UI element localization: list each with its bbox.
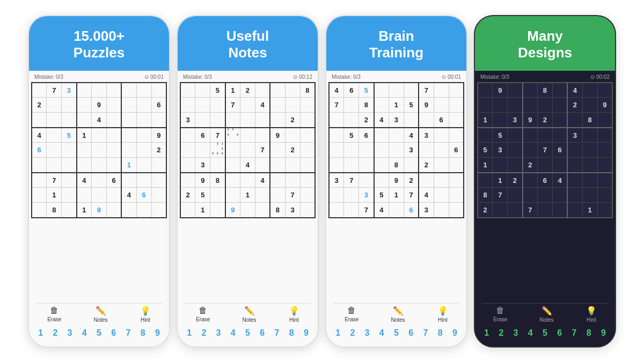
grid-cell[interactable]: [478, 128, 493, 143]
grid-cell[interactable]: [434, 158, 449, 173]
number-btn-3[interactable]: 3: [514, 328, 518, 338]
grid-cell[interactable]: [106, 188, 121, 203]
number-btn-4[interactable]: 4: [379, 328, 384, 338]
grid-cell[interactable]: [62, 173, 77, 188]
grid-cell[interactable]: [32, 83, 47, 98]
grid-cell[interactable]: [62, 188, 77, 203]
grid-cell[interactable]: [62, 113, 77, 128]
grid-cell[interactable]: [389, 143, 404, 158]
number-btn-5[interactable]: 5: [543, 328, 547, 338]
number-btn-7[interactable]: 7: [126, 328, 130, 338]
grid-cell[interactable]: [434, 83, 449, 98]
ctrl-btn-erase[interactable]: 🗑Erase: [345, 306, 358, 323]
ctrl-btn-erase[interactable]: 🗑Erase: [47, 306, 61, 323]
grid-cell[interactable]: 3: [419, 203, 434, 218]
grid-cell[interactable]: [523, 128, 538, 143]
grid-cell[interactable]: [538, 158, 553, 173]
grid-cell[interactable]: 9: [493, 83, 508, 98]
grid-cell[interactable]: [47, 98, 62, 113]
grid-cell[interactable]: 6: [136, 188, 151, 203]
grid-cell[interactable]: 2: [240, 83, 255, 98]
grid-cell[interactable]: [478, 83, 493, 98]
grid-cell[interactable]: [329, 158, 344, 173]
grid-cell[interactable]: [493, 113, 508, 128]
grid-cell[interactable]: [300, 113, 315, 128]
number-btn-8[interactable]: 8: [141, 328, 145, 338]
grid-cell[interactable]: 6: [404, 203, 419, 218]
grid-cell[interactable]: [597, 128, 612, 143]
grid-cell[interactable]: [389, 203, 404, 218]
grid-cell[interactable]: [121, 173, 136, 188]
grid-cell[interactable]: 7: [329, 98, 344, 113]
number-btn-6[interactable]: 6: [111, 328, 116, 338]
ctrl-btn-notes[interactable]: ✏️Notes: [243, 306, 257, 323]
grid-cell[interactable]: [136, 203, 151, 218]
grid-cell[interactable]: [77, 188, 92, 203]
grid-cell[interactable]: [121, 128, 136, 143]
grid-cell[interactable]: [106, 143, 121, 158]
grid-cell[interactable]: [255, 203, 270, 218]
number-btn-8[interactable]: 8: [289, 328, 294, 338]
grid-cell[interactable]: 3: [195, 158, 210, 173]
grid-cell[interactable]: 8: [210, 173, 225, 188]
grid-cell[interactable]: 9: [92, 203, 107, 218]
grid-cell[interactable]: 2: [32, 98, 47, 113]
grid-cell[interactable]: [255, 188, 270, 203]
grid-cell[interactable]: [225, 143, 240, 158]
grid-cell[interactable]: 7: [523, 203, 538, 218]
grid-cell[interactable]: 1: [389, 188, 404, 203]
grid-cell[interactable]: 1: [121, 158, 136, 173]
grid-cell[interactable]: [121, 143, 136, 158]
grid-cell[interactable]: 9: [195, 173, 210, 188]
grid-cell[interactable]: [567, 203, 582, 218]
grid-cell[interactable]: 8: [478, 188, 493, 203]
grid-cell[interactable]: 6: [195, 128, 210, 143]
grid-cell[interactable]: 2: [523, 158, 538, 173]
grid-cell[interactable]: 1: [77, 203, 92, 218]
grid-cell[interactable]: 1: [478, 113, 493, 128]
grid-cell[interactable]: [47, 158, 62, 173]
grid-cell[interactable]: [374, 98, 389, 113]
grid-cell[interactable]: [493, 203, 508, 218]
grid-cell[interactable]: 5: [404, 98, 419, 113]
ctrl-btn-erase[interactable]: 🗑Erase: [196, 306, 210, 323]
grid-cell[interactable]: [300, 188, 315, 203]
ctrl-btn-notes[interactable]: ✏️Notes: [391, 306, 405, 323]
grid-cell[interactable]: [32, 173, 47, 188]
grid-cell[interactable]: [225, 158, 240, 173]
number-btn-4[interactable]: 4: [528, 328, 533, 338]
grid-cell[interactable]: [92, 83, 107, 98]
grid-cell[interactable]: [92, 143, 107, 158]
grid-cell[interactable]: 2: [404, 173, 419, 188]
grid-cell[interactable]: 6: [434, 113, 449, 128]
grid-cell[interactable]: [92, 128, 107, 143]
grid-cell[interactable]: [151, 113, 166, 128]
grid-cell[interactable]: [508, 143, 523, 158]
grid-cell[interactable]: [597, 143, 612, 158]
grid-cell[interactable]: [240, 98, 255, 113]
grid-cell[interactable]: [270, 173, 285, 188]
grid-cell[interactable]: [62, 98, 77, 113]
grid-cell[interactable]: [151, 158, 166, 173]
grid-cell[interactable]: [389, 83, 404, 98]
grid-cell[interactable]: 3: [389, 113, 404, 128]
grid-cell[interactable]: 1: [389, 98, 404, 113]
grid-cell[interactable]: [195, 98, 210, 113]
grid-cell[interactable]: [344, 143, 359, 158]
number-btn-5[interactable]: 5: [245, 328, 250, 338]
grid-cell[interactable]: [180, 173, 195, 188]
grid-cell[interactable]: [32, 188, 47, 203]
number-btn-2[interactable]: 2: [53, 328, 57, 338]
grid-cell[interactable]: [523, 143, 538, 158]
ctrl-btn-notes[interactable]: ✏️Notes: [94, 306, 108, 323]
number-btn-2[interactable]: 2: [201, 328, 206, 338]
grid-cell[interactable]: [285, 98, 300, 113]
grid-cell[interactable]: [62, 158, 77, 173]
grid-cell[interactable]: [225, 173, 240, 188]
grid-cell[interactable]: [523, 83, 538, 98]
number-btn-1[interactable]: 1: [484, 328, 489, 338]
grid-cell[interactable]: 2: [419, 158, 434, 173]
grid-cell[interactable]: 1: [77, 128, 92, 143]
grid-cell[interactable]: [404, 158, 419, 173]
grid-cell[interactable]: 8: [359, 98, 374, 113]
